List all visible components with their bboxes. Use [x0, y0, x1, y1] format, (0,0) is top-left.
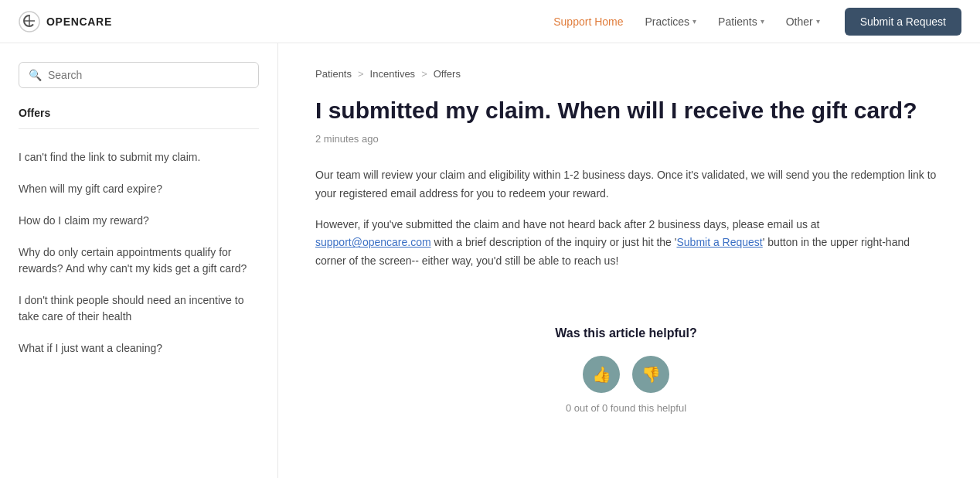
article-paragraph-1: Our team will review your claim and elig…: [315, 166, 937, 203]
helpful-section: Was this article helpful? 👍 👎 0 out of 0…: [315, 308, 937, 432]
logo-icon: [19, 11, 40, 32]
breadcrumb-patients[interactable]: Patients: [315, 68, 352, 80]
breadcrumb-incentives[interactable]: Incentives: [370, 68, 416, 80]
breadcrumb-sep-2: >: [421, 68, 427, 80]
submit-request-button[interactable]: Submit a Request: [845, 8, 961, 36]
patients-chevron-icon: ▾: [761, 17, 764, 26]
logo: OPENCARE: [19, 11, 112, 32]
article-paragraph-2: However, if you've submitted the claim a…: [315, 216, 937, 271]
page-layout: 🔍 Offers I can't find the link to submit…: [0, 43, 980, 478]
helpful-buttons: 👍 👎: [315, 356, 937, 393]
breadcrumb: Patients > Incentives > Offers: [315, 68, 937, 80]
nav-practices[interactable]: Practices ▾: [636, 9, 706, 34]
nav: Support Home Practices ▾ Patients ▾ Othe…: [544, 9, 829, 34]
sidebar-divider: [19, 128, 259, 129]
sidebar-link-3[interactable]: Why do only certain appointments qualify…: [19, 237, 259, 285]
nav-support-home[interactable]: Support Home: [544, 9, 632, 34]
submit-request-inline-link[interactable]: Submit a Request: [676, 236, 762, 248]
breadcrumb-offers: Offers: [434, 68, 461, 80]
search-box[interactable]: 🔍: [19, 62, 259, 88]
main-content: Patients > Incentives > Offers I submitt…: [278, 43, 974, 478]
sidebar-link-2[interactable]: How do I claim my reward?: [19, 205, 259, 237]
sidebar-link-5[interactable]: What if I just want a cleaning?: [19, 333, 259, 364]
thumbs-up-button[interactable]: 👍: [583, 356, 620, 393]
other-chevron-icon: ▾: [816, 17, 820, 26]
nav-patients[interactable]: Patients ▾: [709, 9, 774, 34]
article-meta: 2 minutes ago: [315, 133, 937, 145]
thumbs-down-button[interactable]: 👎: [632, 356, 669, 393]
nav-other[interactable]: Other ▾: [777, 9, 829, 34]
search-icon: 🔍: [29, 69, 42, 81]
sidebar-section-title: Offers: [19, 107, 259, 119]
breadcrumb-sep-1: >: [358, 68, 364, 80]
article-title: I submitted my claim. When will I receiv…: [315, 95, 937, 125]
article-body: Our team will review your claim and elig…: [315, 166, 937, 271]
search-input[interactable]: [48, 69, 249, 81]
sidebar-link-1[interactable]: When will my gift card expire?: [19, 173, 259, 205]
sidebar-link-4[interactable]: I don't think people should need an ince…: [19, 285, 259, 333]
helpful-label: Was this article helpful?: [315, 326, 937, 340]
sidebar: 🔍 Offers I can't find the link to submit…: [0, 43, 278, 478]
logo-text: OPENCARE: [46, 15, 112, 28]
support-email-link[interactable]: support@opencare.com: [315, 236, 431, 248]
helpful-count: 0 out of 0 found this helpful: [315, 402, 937, 414]
sidebar-link-0[interactable]: I can't find the link to submit my claim…: [19, 142, 259, 173]
practices-chevron-icon: ▾: [692, 17, 696, 26]
header: OPENCARE Support Home Practices ▾ Patien…: [0, 0, 980, 43]
